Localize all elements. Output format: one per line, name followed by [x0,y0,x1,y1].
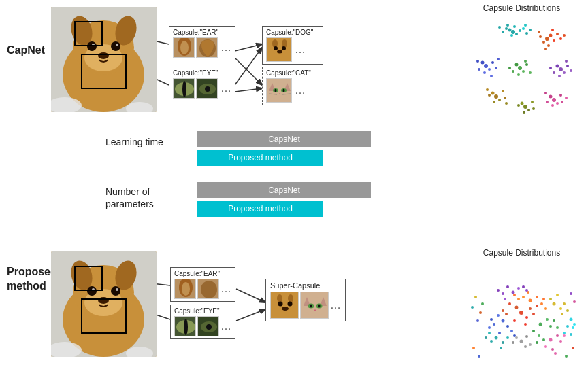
dist-svg-bottom [466,260,578,365]
svg-point-219 [525,289,528,292]
cat-output-dots: … [295,84,306,97]
svg-point-250 [572,326,574,329]
svg-point-32 [182,81,186,97]
svg-point-123 [481,61,485,65]
svg-point-157 [486,88,489,91]
svg-point-165 [561,101,564,103]
svg-point-76 [184,319,188,335]
svg-point-132 [518,66,522,70]
svg-point-17 [111,41,120,51]
svg-point-20 [98,52,109,59]
svg-point-98 [515,33,518,35]
svg-point-249 [566,325,569,328]
svg-point-205 [546,318,549,321]
svg-point-174 [532,107,535,110]
svg-line-9 [236,309,265,321]
svg-point-73 [201,281,217,298]
svg-point-263 [478,355,480,358]
svg-point-258 [573,300,576,303]
proposed-eye-group: Capsule:"EYE" … [170,305,235,339]
svg-point-127 [483,71,486,74]
svg-point-172 [531,101,534,103]
svg-point-79 [206,324,212,330]
svg-point-122 [484,64,488,68]
svg-point-173 [523,111,525,114]
cap-dist-top-title: Capsule Distributions [462,3,581,13]
svg-point-61 [111,286,120,296]
svg-point-184 [536,305,538,307]
svg-point-141 [559,67,563,71]
svg-point-206 [532,330,535,332]
svg-point-118 [538,31,540,33]
svg-point-117 [559,37,562,40]
svg-point-216 [502,292,504,295]
svg-point-145 [566,65,569,67]
svg-point-137 [517,73,520,76]
svg-point-247 [529,343,532,346]
svg-point-133 [515,63,519,67]
svg-point-148 [549,67,552,69]
ear-dots: … [220,41,231,54]
svg-point-187 [522,296,525,298]
svg-point-93 [310,305,312,308]
svg-point-230 [502,341,504,344]
svg-point-107 [524,24,527,27]
svg-point-135 [512,70,514,73]
svg-point-130 [490,75,493,77]
svg-point-215 [517,287,520,290]
svg-point-214 [506,285,509,288]
svg-point-101 [510,34,513,37]
svg-point-159 [552,98,556,102]
svg-line-8 [236,289,265,302]
svg-point-212 [536,341,538,344]
learning-time-label: Learning time [105,137,194,147]
proposed-method-label: Proposedmethod [7,265,57,294]
svg-point-188 [536,296,538,298]
svg-point-99 [505,27,508,30]
capsule-dist-top: Capsule Distributions [462,3,581,119]
svg-point-64 [98,297,109,304]
svg-point-100 [519,29,521,32]
proposed-ear-group: Capsule:"EAR" … [170,267,235,302]
svg-point-168 [523,105,527,109]
svg-point-255 [476,319,479,322]
svg-point-156 [504,97,506,99]
svg-point-204 [539,323,542,326]
svg-point-111 [549,34,553,37]
svg-point-239 [551,348,554,351]
svg-point-136 [525,63,528,66]
capnet-dog-output: Capsule:"DOG" … [262,26,323,65]
svg-point-197 [506,325,509,328]
svg-point-154 [502,90,504,92]
svg-point-86 [282,307,289,311]
svg-point-185 [502,309,504,312]
svg-point-264 [565,355,568,358]
svg-point-186 [529,299,532,302]
svg-point-42 [277,50,282,54]
svg-point-167 [565,97,568,99]
num-params-label: Number ofparameters [105,186,194,210]
svg-point-260 [471,306,474,309]
diagram-container: CapNet [0,0,588,365]
svg-point-240 [563,334,566,337]
svg-point-102 [522,27,525,30]
svg-point-191 [542,298,545,300]
svg-point-178 [508,302,511,305]
svg-point-171 [517,104,520,107]
svg-point-246 [512,341,514,344]
svg-point-131 [497,58,500,60]
svg-point-194 [513,294,516,296]
svg-point-198 [493,323,495,326]
svg-point-110 [545,37,549,41]
dist-svg-top [466,15,578,120]
proposed-ear-label: Capsule:"EAR" [174,270,231,277]
dog-output-dots: … [295,44,306,56]
svg-line-2 [235,44,262,51]
svg-point-84 [278,302,283,307]
proposed-eye-label: Capsule:"EYE" [174,307,231,315]
svg-line-3 [235,58,262,85]
svg-point-143 [563,71,566,74]
svg-point-234 [500,347,502,349]
svg-point-248 [570,318,573,321]
svg-point-153 [488,94,491,97]
